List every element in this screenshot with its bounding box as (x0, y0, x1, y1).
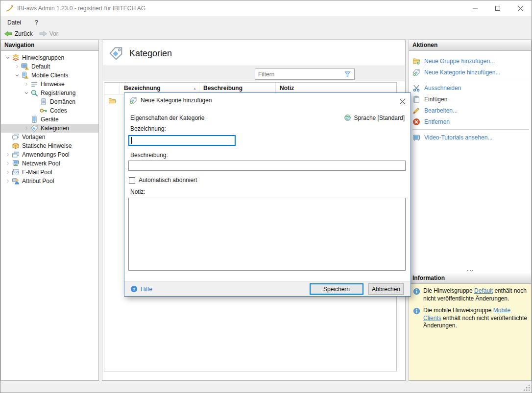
actions-header: Aktionen (409, 40, 531, 51)
tree-item-kategorien[interactable]: Kategorien (1, 124, 98, 133)
action-video-tutorials-ansehen[interactable]: Video-Tutorials ansehen... (409, 132, 531, 143)
tag-add-icon (129, 96, 137, 104)
pencil-icon (412, 107, 420, 115)
information-list: Die Hinweisgruppe Default enthält noch n… (409, 284, 531, 380)
tree-item-default[interactable]: Default (1, 62, 98, 71)
chevron-right-icon[interactable] (13, 63, 21, 70)
beschreibung-input[interactable] (128, 161, 406, 171)
bezeichnung-label: Bezeichnung: (130, 125, 166, 132)
tree-item-registrierung[interactable]: Registrierung (1, 89, 98, 97)
action-entfernen[interactable]: Entfernen (409, 116, 531, 127)
resize-grip-icon[interactable] (524, 385, 530, 391)
tree-item-hinweise[interactable]: Hinweise (1, 80, 98, 89)
checkbox-icon[interactable] (129, 177, 135, 184)
layers-icon (12, 54, 20, 62)
save-button[interactable]: Speichern (310, 283, 363, 295)
actions-panel: Aktionen Neue Gruppe hinzufügen...Neue K… (409, 40, 532, 381)
info-item: Die Hinweisgruppe Default enthält noch n… (413, 287, 527, 302)
back-button[interactable]: Zurück (4, 30, 33, 37)
dialog-footer: ? Hilfe Speichern Abbrechen (124, 281, 411, 296)
checkbox-label: Automatisch abonniert (139, 177, 197, 184)
info-icon (413, 288, 420, 295)
close-icon (400, 99, 405, 104)
menu-datei[interactable]: Datei (7, 19, 21, 26)
language-selector[interactable]: Sprache [Standard] (344, 114, 405, 121)
action-neue-gruppe-hinzufügen[interactable]: Neue Gruppe hinzufügen... (409, 55, 531, 67)
information-header: Information (409, 273, 531, 284)
action-bearbeiten[interactable]: Bearbeiten... (409, 105, 531, 116)
tag-add-icon (412, 69, 420, 76)
info-text: Die mobile Hinweisgruppe Mobile Clients … (423, 307, 527, 330)
dialog-section-row: Eigenschaften der Kategorie Sprache [Sta… (130, 114, 405, 121)
action-label: Entfernen (424, 118, 450, 125)
filter-placeholder: Filtern (258, 71, 274, 78)
actions-separator (412, 80, 529, 80)
chevron-down-icon[interactable] (13, 71, 21, 79)
tree-item-geräte[interactable]: Geräte (1, 115, 98, 124)
tree-item-label: Mobile Clients (31, 72, 68, 79)
tree-item-statische-hinweise[interactable]: Statische Hinweise (1, 141, 98, 150)
remove-icon (412, 118, 420, 126)
tree-item-label: Kategorien (41, 125, 69, 132)
tree-item-anwendungs-pool[interactable]: Anwendungs Pool (1, 150, 98, 159)
maximize-button[interactable] (486, 0, 509, 16)
chevron-right-icon[interactable] (4, 177, 12, 185)
bezeichnung-input[interactable] (128, 135, 236, 146)
chevron-right-icon[interactable] (4, 168, 12, 176)
action-label: Bearbeiten... (424, 107, 458, 114)
column-icon[interactable] (104, 83, 120, 94)
info-link-default[interactable]: Default (474, 287, 493, 294)
tree-item-mobile-clients[interactable]: Mobile Clients (1, 71, 98, 80)
cancel-button[interactable]: Abbrechen (368, 283, 404, 295)
help-link[interactable]: ? Hilfe (130, 285, 152, 293)
notiz-textarea[interactable] (128, 198, 406, 271)
tree-item-label: Registrierung (41, 90, 75, 96)
app-icon (6, 4, 14, 12)
folder-add-icon (412, 57, 420, 65)
menu-help[interactable]: ? (35, 19, 38, 26)
tree-item-netzwerk-pool[interactable]: Netzwerk Pool (1, 159, 98, 168)
chevron-right-icon[interactable] (23, 124, 30, 132)
tree-item-attribut-pool[interactable]: Attribut Pool (1, 177, 98, 185)
forward-button[interactable]: Vor (39, 30, 58, 37)
tree-item-vorlagen[interactable]: Vorlagen (1, 133, 98, 141)
tree-item-codes[interactable]: Codes (1, 106, 98, 115)
paste-icon (412, 95, 420, 103)
chevron-right-icon[interactable] (4, 160, 12, 167)
windows-icon (12, 151, 20, 159)
action-label: Einfügen (424, 96, 447, 103)
filter-icon[interactable] (344, 70, 351, 78)
auto-subscribe-checkbox[interactable]: Automatisch abonniert (129, 177, 197, 184)
action-einfügen[interactable]: Einfügen (409, 93, 531, 105)
dialog-section-label: Eigenschaften der Kategorie (130, 115, 204, 121)
maximize-icon (495, 6, 500, 11)
phone-warning-icon (21, 71, 29, 79)
minimize-button[interactable] (464, 0, 486, 16)
menubar: Datei ? (0, 16, 532, 28)
tree-item-e-mail-pool[interactable]: E-Mail Pool (1, 168, 98, 177)
chevron-right-icon[interactable] (23, 80, 30, 88)
chevron-down-icon[interactable] (23, 89, 30, 97)
monitor-warning-icon (21, 63, 29, 70)
close-button[interactable] (509, 0, 532, 16)
nav-tree: HinweisgruppenDefaultMobile ClientsHinwe… (1, 51, 98, 185)
tree-item-hinweisgruppen[interactable]: Hinweisgruppen (1, 53, 98, 62)
action-ausschneiden[interactable]: Ausschneiden (409, 82, 531, 93)
panel-splitter-handle[interactable] (409, 268, 531, 273)
page-title: Kategorien (129, 48, 172, 59)
filter-input[interactable]: Filtern (255, 69, 355, 80)
chevron-down-icon[interactable] (4, 54, 12, 62)
tree-item-label: Vorlagen (22, 134, 45, 140)
action-neue-kategorie-hinzufügen[interactable]: Neue Kategorie hinzufügen... (409, 67, 531, 78)
dialog-close-button[interactable] (395, 95, 407, 106)
toolbar: Zurück Vor (0, 28, 532, 40)
text-caret (131, 137, 132, 144)
tree-item-label: Hinweisgruppen (22, 54, 64, 61)
chevron-right-icon[interactable] (4, 151, 12, 159)
registration-icon (30, 89, 38, 97)
tree-item-label: Geräte (41, 116, 59, 123)
help-icon: ? (130, 285, 138, 293)
svg-text:?: ? (133, 287, 135, 292)
back-arrow-icon (4, 30, 13, 37)
tree-item-domänen[interactable]: Domänen (1, 97, 98, 106)
